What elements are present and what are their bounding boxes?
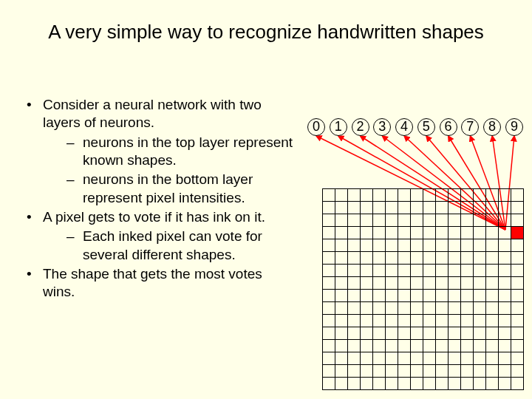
pixel-cell bbox=[423, 265, 436, 277]
pixel-cell bbox=[323, 265, 335, 277]
pixel-cell bbox=[323, 239, 335, 252]
pixel-cell bbox=[323, 327, 335, 340]
pixel-cell bbox=[411, 252, 423, 265]
pixel-cell bbox=[361, 352, 373, 365]
pixel-cell bbox=[323, 352, 335, 365]
pixel-cell bbox=[511, 340, 524, 352]
pixel-cell bbox=[436, 189, 449, 202]
pixel-cell bbox=[335, 277, 348, 290]
pixel-cell bbox=[398, 290, 411, 302]
pixel-cell bbox=[373, 214, 386, 227]
pixel-cell bbox=[474, 265, 486, 277]
pixel-cell bbox=[423, 365, 436, 378]
sub-bullet-item: Each inked pixel can vote for several di… bbox=[43, 228, 296, 264]
pixel-cell bbox=[398, 277, 411, 290]
pixel-cell bbox=[411, 265, 423, 277]
pixel-cell bbox=[461, 214, 474, 227]
pixel-cell bbox=[436, 315, 449, 327]
pixel-cell bbox=[386, 365, 398, 378]
pixel-cell bbox=[511, 227, 524, 239]
pixel-cell bbox=[511, 265, 524, 277]
pixel-cell bbox=[449, 327, 461, 340]
pixel-cell bbox=[449, 378, 461, 390]
pixel-cell bbox=[499, 378, 511, 390]
pixel-cell bbox=[361, 340, 373, 352]
pixel-cell bbox=[436, 202, 449, 214]
pixel-cell bbox=[411, 302, 423, 315]
pixel-cell bbox=[461, 265, 474, 277]
pixel-cell bbox=[335, 290, 348, 302]
pixel-cell bbox=[398, 265, 411, 277]
pixel-cell bbox=[411, 202, 423, 214]
pixel-cell bbox=[436, 214, 449, 227]
pixel-cell bbox=[486, 302, 499, 315]
pixel-cell bbox=[474, 302, 486, 315]
pixel-cell bbox=[411, 277, 423, 290]
pixel-cell bbox=[474, 378, 486, 390]
pixel-cell bbox=[461, 239, 474, 252]
pixel-cell bbox=[361, 277, 373, 290]
pixel-cell bbox=[423, 189, 436, 202]
pixel-cell bbox=[486, 265, 499, 277]
pixel-cell bbox=[474, 365, 486, 378]
pixel-cell bbox=[348, 202, 361, 214]
pixel-cell bbox=[423, 378, 436, 390]
sub-bullet-text: Each inked pixel can vote for several di… bbox=[83, 228, 262, 262]
pixel-cell bbox=[335, 189, 348, 202]
pixel-cell bbox=[436, 365, 449, 378]
pixel-cell bbox=[423, 290, 436, 302]
pixel-cell bbox=[398, 214, 411, 227]
pixel-cell bbox=[499, 340, 511, 352]
bullet-text: Consider a neural network with two layer… bbox=[43, 97, 262, 130]
output-neuron-7: 7 bbox=[461, 118, 479, 136]
pixel-cell bbox=[348, 277, 361, 290]
pixel-cell bbox=[386, 315, 398, 327]
pixel-cell bbox=[386, 290, 398, 302]
pixel-cell bbox=[398, 239, 411, 252]
pixel-cell bbox=[436, 378, 449, 390]
pixel-cell bbox=[486, 239, 499, 252]
pixel-cell bbox=[398, 227, 411, 239]
pixel-cell bbox=[361, 227, 373, 239]
pixel-cell bbox=[323, 315, 335, 327]
pixel-cell bbox=[499, 352, 511, 365]
pixel-cell bbox=[361, 202, 373, 214]
pixel-cell bbox=[335, 239, 348, 252]
pixel-cell bbox=[386, 327, 398, 340]
pixel-cell bbox=[411, 239, 423, 252]
pixel-cell bbox=[411, 327, 423, 340]
pixel-cell bbox=[423, 277, 436, 290]
pixel-cell bbox=[386, 252, 398, 265]
pixel-cell bbox=[361, 214, 373, 227]
pixel-cell bbox=[474, 277, 486, 290]
pixel-cell bbox=[323, 340, 335, 352]
pixel-cell bbox=[423, 302, 436, 315]
pixel-cell bbox=[348, 315, 361, 327]
pixel-cell bbox=[348, 239, 361, 252]
pixel-cell bbox=[411, 315, 423, 327]
bullet-list: Consider a neural network with two layer… bbox=[22, 96, 296, 301]
pixel-cell bbox=[335, 327, 348, 340]
pixel-cell bbox=[486, 189, 499, 202]
pixel-cell bbox=[373, 315, 386, 327]
pixel-cell bbox=[335, 214, 348, 227]
pixel-cell bbox=[499, 239, 511, 252]
output-neuron-4: 4 bbox=[395, 118, 413, 136]
pixel-cell bbox=[335, 315, 348, 327]
pixel-cell bbox=[423, 352, 436, 365]
pixel-cell bbox=[323, 214, 335, 227]
pixel-cell bbox=[323, 252, 335, 265]
pixel-cell bbox=[361, 239, 373, 252]
pixel-cell bbox=[474, 290, 486, 302]
pixel-cell bbox=[411, 290, 423, 302]
pixel-cell bbox=[386, 239, 398, 252]
pixel-cell bbox=[348, 352, 361, 365]
pixel-cell bbox=[511, 252, 524, 265]
pixel-cell bbox=[323, 227, 335, 239]
pixel-cell bbox=[398, 202, 411, 214]
pixel-cell bbox=[335, 365, 348, 378]
pixel-cell bbox=[511, 352, 524, 365]
pixel-cell bbox=[436, 277, 449, 290]
pixel-cell bbox=[373, 365, 386, 378]
pixel-cell bbox=[449, 252, 461, 265]
